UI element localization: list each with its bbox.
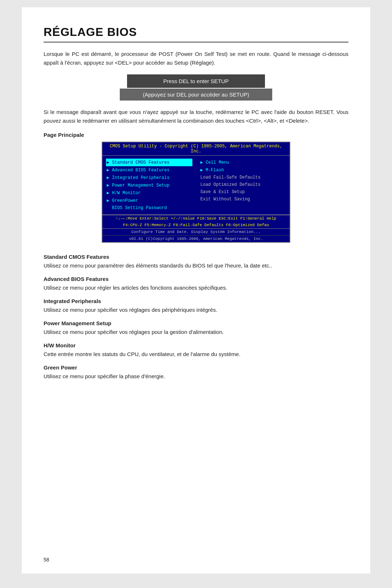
- section-hw-desc: Cette entrée montre les statuts du CPU, …: [44, 350, 348, 359]
- bios-item-exit-nosave[interactable]: Exit Without Saving: [200, 196, 286, 203]
- bios-item-save-exit[interactable]: Save & Exit Setup: [200, 188, 286, 196]
- section-green-title: Green Power: [44, 364, 348, 371]
- section-standard-desc: Utilisez ce menu pour paramètrer des élé…: [44, 261, 348, 270]
- bios-footer1: ↑↓→←:Move Enter:Select +/-/:Value F10:Sa…: [102, 215, 290, 222]
- bios-item-failsafe[interactable]: Load Fail-Safe Defaults: [200, 174, 286, 181]
- bios-left-col: ▶ Standard CMOS Features ▶ Advanced BIOS…: [102, 158, 196, 212]
- section-standard-title: Standard CMOS Features: [44, 254, 348, 260]
- bios-item-greenpower[interactable]: ▶ GreenPower: [106, 197, 192, 204]
- section-advanced-title: Advanced BIOS Features: [44, 276, 348, 282]
- bios-item-password[interactable]: BIOS Setting Password: [106, 204, 192, 212]
- bios-item-optimized[interactable]: Load Optimized Defaults: [200, 181, 286, 188]
- section-standard: Standard CMOS Features Utilisez ce menu …: [44, 254, 348, 270]
- section-power: Power Management Setup Utilisez ce menu …: [44, 320, 348, 336]
- bios-footer2: F4:CPU-Z F5:Memory-Z F8:Fail-Safe Defaul…: [102, 222, 290, 228]
- page-principale-heading: Page Principale: [44, 132, 348, 138]
- bios-item-hw[interactable]: ▶ H/W Monitor: [106, 189, 192, 197]
- section-integrated-title: Integrated Peripherals: [44, 298, 348, 304]
- section-integrated-desc: Utilisez ce menu pour spécifier vos régl…: [44, 306, 348, 314]
- bios-right-col: ▶ Cell Menu ▶ M-Flash Load Fail-Safe Def…: [196, 158, 290, 212]
- press-del-container: Press DEL to enter SETUP (Appuyez sur DE…: [44, 74, 348, 101]
- intro-paragraph2: Si le message disparaît avant que vous n…: [44, 108, 348, 125]
- intro-paragraph1: Lorsque le PC est démarré, le processeur…: [44, 50, 348, 67]
- press-del-box: Press DEL to enter SETUP: [127, 74, 265, 88]
- title-divider: [44, 42, 348, 42]
- section-advanced-desc: Utilisez ce menu pour régler les article…: [44, 283, 348, 292]
- bios-item-mflash[interactable]: ▶ M-Flash: [200, 166, 286, 174]
- bios-footer3: Configure Time and Date. Display System …: [102, 229, 290, 235]
- bios-body: ▶ Standard CMOS Features ▶ Advanced BIOS…: [102, 156, 290, 215]
- section-power-title: Power Management Setup: [44, 320, 348, 326]
- section-integrated: Integrated Peripherals Utilisez ce menu …: [44, 298, 348, 314]
- page-title: RÉGLAGE BIOS: [44, 25, 348, 39]
- page: RÉGLAGE BIOS Lorsque le PC est démarré, …: [22, 7, 370, 573]
- section-power-desc: Utilisez ce menu pour spécifier vos régl…: [44, 328, 348, 336]
- bios-item-integrated[interactable]: ▶ Integrated Peripherals: [106, 174, 192, 181]
- bios-screen: CMOS Setup Utility - Copyright (C) 1985-…: [102, 142, 290, 243]
- bios-item-power[interactable]: ▶ Power Management Setup: [106, 181, 192, 189]
- section-green-desc: Utilisez ce menu pour spécifier la phase…: [44, 372, 348, 381]
- bios-header: CMOS Setup Utility - Copyright (C) 1985-…: [102, 142, 290, 156]
- bios-footer4: v02.61 (C)Copyright 1985-2006, American …: [102, 235, 290, 242]
- section-hw-title: H/W Monitor: [44, 342, 348, 348]
- section-advanced: Advanced BIOS Features Utilisez ce menu …: [44, 276, 348, 292]
- bios-item-standard[interactable]: ▶ Standard CMOS Features: [106, 159, 192, 166]
- section-green: Green Power Utilisez ce menu pour spécif…: [44, 364, 348, 381]
- appuyez-box: (Appuyez sur DEL pour accéder au SETUP): [120, 89, 272, 101]
- bios-item-advanced[interactable]: ▶ Advanced BIOS Features: [106, 166, 192, 174]
- section-hw: H/W Monitor Cette entrée montre les stat…: [44, 342, 348, 359]
- page-number: 58: [44, 557, 49, 563]
- bios-item-cell[interactable]: ▶ Cell Menu: [200, 159, 286, 166]
